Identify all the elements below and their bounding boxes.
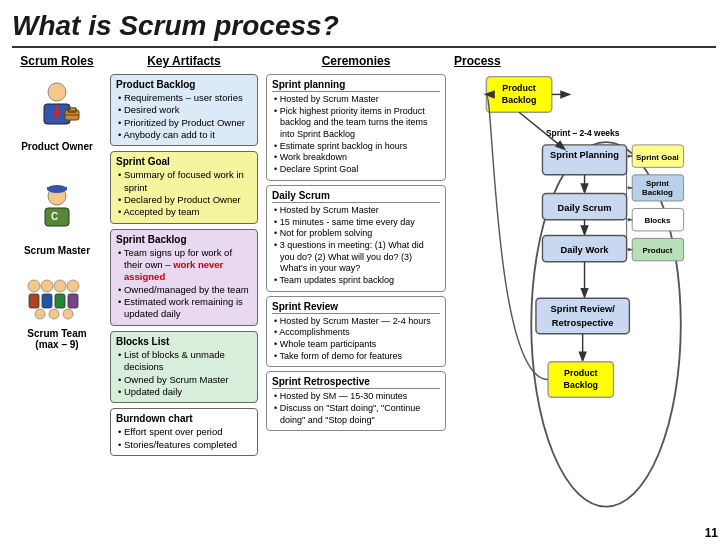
product-owner-icon xyxy=(30,78,85,139)
process-header: Process xyxy=(454,54,716,68)
artifact-pb-item1: • Requirements – user stories xyxy=(116,92,252,104)
svg-text:Backlog: Backlog xyxy=(642,188,673,197)
ceremony-sret-item1: • Hosted by SM — 15-30 minutes xyxy=(272,391,440,403)
svg-text:C: C xyxy=(51,211,58,222)
scrum-team-svg xyxy=(22,272,92,322)
artifact-sprint-backlog-title: Sprint Backlog xyxy=(116,234,252,245)
ceremony-sr-item1: • Hosted by Scrum Master — 2-4 hours xyxy=(272,316,440,328)
ceremony-sprint-planning-title: Sprint planning xyxy=(272,79,440,92)
svg-point-21 xyxy=(49,309,59,319)
svg-point-11 xyxy=(28,280,40,292)
content-area: Scrum Roles xyxy=(12,54,716,532)
role-scrum-team: Scrum Team(max – 9) xyxy=(12,272,102,350)
ceremony-sp-item3: • Estimate sprint backlog in hours xyxy=(272,141,440,153)
ceremony-ds-item1: • Hosted by Scrum Master xyxy=(272,205,440,217)
product-owner-label: Product Owner xyxy=(21,141,93,152)
artifact-blocks-list-title: Blocks List xyxy=(116,336,252,347)
ceremony-sr-item3: • Whole team participants xyxy=(272,339,440,351)
svg-text:Product: Product xyxy=(502,83,536,93)
ceremony-sprint-planning: Sprint planning • Hosted by Scrum Master… xyxy=(266,74,446,181)
scrum-roles-column: Scrum Roles xyxy=(12,54,102,532)
svg-rect-18 xyxy=(68,294,78,308)
key-artifacts-column: Key Artifacts Product Backlog • Requirem… xyxy=(110,54,258,532)
roles-header: Scrum Roles xyxy=(12,54,102,68)
role-scrum-master: C Scrum Master xyxy=(12,182,102,256)
page-number: 11 xyxy=(705,526,718,540)
artifact-bl-item2: • Owned by Scrum Master xyxy=(116,374,252,386)
ceremony-sr-item4: • Take form of demo for features xyxy=(272,351,440,363)
svg-rect-14 xyxy=(42,294,52,308)
artifact-bd-item2: • Stories/features completed xyxy=(116,439,252,451)
ceremony-daily-scrum-title: Daily Scrum xyxy=(272,190,440,203)
svg-rect-12 xyxy=(29,294,39,308)
main-title: What is Scrum process? xyxy=(12,10,716,48)
ceremonies-header: Ceremonies xyxy=(266,54,446,68)
svg-text:Backlog: Backlog xyxy=(502,95,536,105)
artifact-bl-item3: • Updated daily xyxy=(116,386,252,398)
ceremonies-column: Ceremonies Sprint planning • Hosted by S… xyxy=(266,54,446,532)
svg-text:Daily Scrum: Daily Scrum xyxy=(558,203,612,213)
artifact-bd-item1: • Effort spent over period xyxy=(116,426,252,438)
scrum-team-icon xyxy=(22,272,92,326)
artifact-blocks-list: Blocks List • List of blocks & unmade de… xyxy=(110,331,258,403)
artifact-sg-item1: • Summary of focused work in sprint xyxy=(116,169,252,194)
artifact-pb-item2: • Desired work xyxy=(116,104,252,116)
artifact-bl-item1: • List of blocks & unmade decisions xyxy=(116,349,252,374)
svg-point-15 xyxy=(54,280,66,292)
artifact-burndown-chart: Burndown chart • Effort spent over perio… xyxy=(110,408,258,456)
red-text-never-assigned: work never assigned xyxy=(124,259,223,282)
ceremony-daily-scrum: Daily Scrum • Hosted by Scrum Master • 1… xyxy=(266,185,446,292)
svg-text:Sprint – 2-4 weeks: Sprint – 2-4 weeks xyxy=(546,128,620,138)
artifact-pb-item3: • Prioritized by Product Owner xyxy=(116,117,252,129)
process-svg: Product Backlog Sprint – 2-4 weeks Sprin… xyxy=(454,72,716,530)
product-owner-svg xyxy=(30,78,85,133)
svg-point-22 xyxy=(63,309,73,319)
artifact-pb-item4: • Anybody can add to it xyxy=(116,129,252,141)
svg-text:Daily Work: Daily Work xyxy=(561,245,610,255)
artifact-sb-item1: • Team signs up for work of their own – … xyxy=(116,247,252,284)
svg-text:Retrospective: Retrospective xyxy=(552,318,614,328)
ceremony-sprint-review: Sprint Review • Hosted by Scrum Master —… xyxy=(266,296,446,368)
ceremony-sprint-retrospective-title: Sprint Retrospective xyxy=(272,376,440,389)
svg-text:Sprint Goal: Sprint Goal xyxy=(636,153,679,162)
ceremony-sprint-review-title: Sprint Review xyxy=(272,301,440,314)
process-diagram: Product Backlog Sprint – 2-4 weeks Sprin… xyxy=(454,72,716,530)
svg-rect-8 xyxy=(47,187,67,190)
ceremony-sp-item1: • Hosted by Scrum Master xyxy=(272,94,440,106)
svg-text:Blocks: Blocks xyxy=(644,216,671,225)
artifact-sg-item2: • Declared by Product Owner xyxy=(116,194,252,206)
svg-text:Sprint: Sprint xyxy=(646,179,669,188)
artifact-sg-item3: • Accepted by team xyxy=(116,206,252,218)
scrum-team-label: Scrum Team(max – 9) xyxy=(27,328,86,350)
svg-text:Backlog: Backlog xyxy=(564,380,598,390)
ceremony-sprint-retrospective: Sprint Retrospective • Hosted by SM — 15… xyxy=(266,371,446,431)
artifact-burndown-title: Burndown chart xyxy=(116,413,252,424)
svg-point-17 xyxy=(67,280,79,292)
artifacts-header: Key Artifacts xyxy=(110,54,258,68)
artifact-sprint-backlog: Sprint Backlog • Team signs up for work … xyxy=(110,229,258,326)
svg-text:Sprint Planning: Sprint Planning xyxy=(550,150,619,160)
scrum-master-label: Scrum Master xyxy=(24,245,90,256)
artifact-product-backlog: Product Backlog • Requirements – user st… xyxy=(110,74,258,146)
svg-point-13 xyxy=(41,280,53,292)
ceremony-sp-item2: • Pick highest priority items in Product… xyxy=(272,106,440,141)
ceremony-ds-item5: • Team updates sprint backlog xyxy=(272,275,440,287)
svg-point-19 xyxy=(35,309,45,319)
artifact-sprint-goal: Sprint Goal • Summary of focused work in… xyxy=(110,151,258,223)
ceremony-sr-item2: • Accomplishments xyxy=(272,327,440,339)
scrum-master-icon: C xyxy=(30,182,85,243)
ceremony-ds-item4: • 3 questions in meeting: (1) What did y… xyxy=(272,240,440,275)
role-product-owner: Product Owner xyxy=(12,78,102,152)
ceremony-ds-item3: • Not for problem solving xyxy=(272,228,440,240)
page: What is Scrum process? Scrum Roles xyxy=(0,0,728,546)
artifact-sprint-goal-title: Sprint Goal xyxy=(116,156,252,167)
ceremony-sret-item2: • Discuss on "Start doing", "Continue do… xyxy=(272,403,440,426)
svg-text:Product: Product xyxy=(642,246,672,255)
svg-point-0 xyxy=(48,83,66,101)
ceremony-ds-item2: • 15 minutes - same time every day xyxy=(272,217,440,229)
scrum-master-svg: C xyxy=(30,182,85,237)
ceremony-sp-item4: • Work breakdown xyxy=(272,152,440,164)
svg-text:Sprint Review/: Sprint Review/ xyxy=(551,304,616,314)
svg-text:Product: Product xyxy=(564,368,598,378)
artifact-sb-item3: • Estimated work remaining is updated da… xyxy=(116,296,252,321)
